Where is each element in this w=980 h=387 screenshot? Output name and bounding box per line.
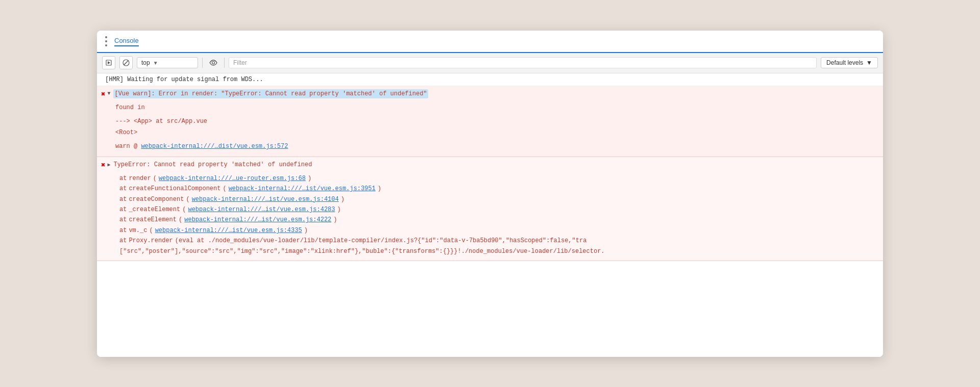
error-icon-1: ✖ [101, 90, 105, 98]
console-tab[interactable]: Console [114, 37, 139, 46]
devtools-panel: Console top ▼ [97, 31, 883, 357]
error-1-warn-line: warn @ webpack-internal:///…dist/vue.esm… [115, 141, 875, 152]
stack-line-2: at createComponent (webpack-internal:///… [115, 194, 875, 204]
execute-button[interactable] [102, 56, 115, 69]
stack-at-keyword: at [119, 225, 127, 236]
stack-line-1: at createFunctionalComponent (webpack-in… [115, 184, 875, 194]
error-1-found-in: found in [115, 102, 875, 114]
error-1-warn-link[interactable]: webpack-internal:///…dist/vue.esm.js:572 [141, 143, 288, 150]
stack-fn-name: createComponent [129, 194, 184, 204]
error-icon-2: ✖ [101, 161, 105, 169]
stack-at-keyword: at [119, 204, 127, 215]
stack-at-keyword: at [119, 215, 127, 225]
stack-fn-name: vm._c [129, 225, 147, 236]
error-1-component: ---> <App> at src/App.vue [115, 116, 875, 127]
error-1-root: <Root> [115, 127, 875, 139]
log-levels-selector[interactable]: Default levels ▼ [821, 57, 878, 68]
context-dropdown-arrow: ▼ [153, 60, 158, 66]
console-output[interactable]: [HMR] Waiting for update signal from WDS… [97, 73, 883, 357]
error-2-header[interactable]: ✖ ▶ TypeError: Cannot read property 'mat… [97, 157, 883, 171]
stack-link-0[interactable]: webpack-internal:///…ue-router.esm.js:68 [159, 173, 306, 184]
error-row-2: ✖ ▶ TypeError: Cannot read property 'mat… [97, 157, 883, 261]
stack-link-2[interactable]: webpack-internal:///…ist/vue.esm.js:4104 [192, 194, 339, 204]
clear-console-button[interactable] [119, 56, 133, 69]
context-value: top [141, 59, 150, 66]
stack-fn-name: render [129, 173, 151, 184]
stack-lines-container: at render (webpack-internal:///…ue-route… [115, 173, 875, 246]
stack-link-4[interactable]: webpack-internal:///…ist/vue.esm.js:4222 [184, 215, 331, 225]
stack-fn-name: createElement [129, 215, 177, 225]
long-line: ["src","poster"],"source":"src","img":"s… [115, 246, 875, 256]
panel-menu-dots[interactable] [105, 36, 107, 46]
stack-at-keyword: at [119, 173, 127, 184]
stack-line-0: at render (webpack-internal:///…ue-route… [115, 173, 875, 184]
live-expression-button[interactable] [207, 56, 220, 69]
separator-2 [224, 58, 225, 68]
stack-link-1[interactable]: webpack-internal:///…ist/vue.esm.js:3951 [229, 184, 376, 194]
stack-fn-name: Proxy.render [129, 236, 173, 246]
svg-line-3 [124, 61, 128, 65]
filter-wrapper [229, 57, 817, 68]
stack-line-5: at vm._c (webpack-internal:///…ist/vue.e… [115, 225, 875, 236]
error-1-body: found in ---> <App> at src/App.vue <Root… [97, 100, 883, 157]
error-1-header[interactable]: ✖ ▼ [Vue warn]: Error in render: "TypeEr… [97, 86, 883, 100]
svg-marker-1 [108, 61, 110, 64]
svg-point-4 [212, 62, 215, 64]
context-selector[interactable]: top ▼ [137, 57, 198, 68]
stack-link-5[interactable]: webpack-internal:///…ist/vue.esm.js:4335 [155, 225, 302, 236]
log-levels-arrow: ▼ [866, 59, 872, 66]
stack-line-3: at _createElement (webpack-internal:///…… [115, 204, 875, 215]
stack-line-6: at Proxy.render(eval at ./node_modules/v… [115, 236, 875, 246]
stack-fn-name: _createElement [129, 204, 180, 215]
toolbar: top ▼ Default levels ▼ [97, 53, 883, 73]
collapse-arrow-1[interactable]: ▼ [107, 91, 110, 96]
error-2-body: at render (webpack-internal:///…ue-route… [97, 171, 883, 261]
stack-line-4: at createElement (webpack-internal:///…i… [115, 215, 875, 225]
error-1-message: [Vue warn]: Error in render: "TypeError:… [113, 89, 428, 98]
stack-at-keyword: at [119, 184, 127, 194]
error-row-1: ✖ ▼ [Vue warn]: Error in render: "TypeEr… [97, 86, 883, 157]
filter-input[interactable] [229, 58, 816, 68]
log-levels-label: Default levels [826, 59, 863, 66]
error-2-message: TypeError: Cannot read property 'matched… [113, 160, 312, 169]
title-bar: Console [97, 31, 883, 53]
stack-at-keyword: at [119, 194, 127, 204]
stack-fn-name: createFunctionalComponent [129, 184, 220, 194]
stack-at-keyword: at [119, 236, 127, 246]
separator-1 [202, 58, 203, 68]
hmr-message: [HMR] Waiting for update signal from WDS… [97, 73, 883, 86]
stack-link-3[interactable]: webpack-internal:///…ist/vue.esm.js:4283 [188, 204, 335, 215]
collapse-arrow-2[interactable]: ▶ [107, 162, 110, 168]
